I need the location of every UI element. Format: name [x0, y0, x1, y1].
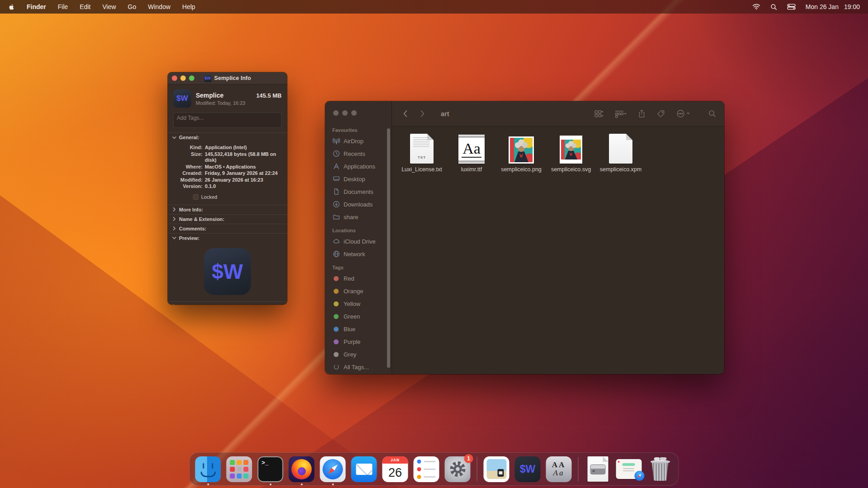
- file-sempliceico-xpm[interactable]: sempliceico.xpm: [599, 131, 642, 173]
- section-comments[interactable]: Comments:: [168, 224, 287, 233]
- disclosure-triangle-icon[interactable]: [172, 226, 176, 230]
- tag-button[interactable]: [657, 110, 665, 118]
- info-window-titlebar[interactable]: $W Semplice Info: [168, 72, 287, 84]
- sidebar-item-share[interactable]: share: [330, 211, 392, 223]
- sidebar-tag-red[interactable]: Red: [330, 272, 392, 285]
- add-tags-field[interactable]: [173, 113, 282, 128]
- tag-label: Orange: [344, 288, 363, 295]
- file-luximr-ttf[interactable]: Aa luximr.ttf: [450, 131, 493, 173]
- sidebar-tag-grey[interactable]: Grey: [330, 348, 392, 361]
- add-tags-input[interactable]: [177, 115, 278, 121]
- file-luxi-license-txt[interactable]: TXT Luxi_License.txt: [400, 131, 443, 173]
- applications-icon: [332, 163, 340, 170]
- dock-finder[interactable]: [195, 456, 221, 482]
- more-actions-button[interactable]: [676, 109, 690, 118]
- search-icon[interactable]: [708, 110, 716, 117]
- row-label: Size:: [168, 151, 205, 164]
- sidebar-item-documents[interactable]: Documents: [330, 185, 392, 198]
- close-button[interactable]: [172, 75, 177, 81]
- menu-help[interactable]: Help: [182, 3, 195, 10]
- control-center-icon[interactable]: [787, 4, 796, 10]
- menu-go[interactable]: Go: [128, 3, 137, 10]
- view-options-button[interactable]: [594, 110, 604, 118]
- sidebar-tag-yellow[interactable]: Yellow: [330, 297, 392, 310]
- sidebar-item-network[interactable]: Network: [330, 248, 392, 260]
- launchpad-icon: [226, 456, 252, 482]
- disclosure-triangle-icon[interactable]: [172, 236, 176, 240]
- zoom-button[interactable]: [351, 110, 357, 116]
- dock-reminders[interactable]: [414, 456, 439, 482]
- window-controls-inactive[interactable]: [333, 110, 392, 116]
- finder-window-title: art: [441, 110, 449, 117]
- sidebar-tag-blue[interactable]: Blue: [330, 323, 392, 335]
- sidebar-item-recents[interactable]: Recents: [330, 147, 392, 160]
- globe-icon: [332, 250, 340, 258]
- sidebar-item-label: Documents: [344, 188, 373, 195]
- section-general[interactable]: General:: [168, 132, 287, 142]
- dock-launchpad[interactable]: [226, 456, 252, 482]
- sidebar-item-airdrop[interactable]: AirDrop: [330, 135, 392, 147]
- menu-view[interactable]: View: [102, 3, 116, 10]
- sidebar-tag-purple[interactable]: Purple: [330, 335, 392, 348]
- sidebar-scrollbar[interactable]: [387, 128, 390, 368]
- dock-firefox[interactable]: [289, 456, 315, 482]
- menu-edit[interactable]: Edit: [80, 3, 90, 10]
- dock-calendar[interactable]: JAN 26: [382, 456, 408, 482]
- preview-icon: [484, 456, 509, 482]
- dock-trash[interactable]: [647, 456, 673, 482]
- sidebar-item-desktop[interactable]: Desktop: [330, 173, 392, 185]
- locked-checkbox[interactable]: [193, 194, 198, 200]
- sidebar-item-applications[interactable]: Applications: [330, 160, 392, 173]
- dock-safari[interactable]: [320, 456, 346, 482]
- file-sempliceico-png[interactable]: sempliceico.png: [500, 131, 543, 173]
- section-more-info[interactable]: More Info:: [168, 205, 287, 214]
- zoom-button[interactable]: [189, 75, 194, 81]
- tag-color-dot: [334, 289, 339, 294]
- dock-terminal[interactable]: >_: [258, 456, 283, 482]
- finder-sidebar: Favourites AirDrop Recents Applications …: [325, 101, 392, 374]
- menu-finder[interactable]: Finder: [27, 3, 46, 10]
- share-button[interactable]: [638, 109, 646, 118]
- disclosure-triangle-icon[interactable]: [172, 217, 176, 221]
- section-name-extension[interactable]: Name & Extension:: [168, 214, 287, 224]
- disclosure-triangle-icon[interactable]: [172, 136, 176, 140]
- font-book-line2: Aa: [553, 469, 565, 477]
- sidebar-tag-green[interactable]: Green: [330, 310, 392, 323]
- menu-file[interactable]: File: [58, 3, 68, 10]
- section-sharing-permissions[interactable]: Sharing & Permissions:: [168, 301, 287, 305]
- dock-mail[interactable]: [351, 456, 377, 482]
- back-button[interactable]: [400, 110, 410, 117]
- wifi-icon[interactable]: [752, 4, 760, 10]
- trash-icon: [650, 457, 670, 481]
- dock-semplice[interactable]: $W: [515, 456, 541, 482]
- row-value: 0.1.0: [205, 183, 283, 190]
- group-by-button[interactable]: [615, 110, 627, 118]
- sidebar-item-downloads[interactable]: Downloads: [330, 198, 392, 211]
- section-preview-label: Preview:: [179, 235, 199, 241]
- minimize-button[interactable]: [342, 110, 348, 116]
- dock-preview[interactable]: [484, 456, 509, 482]
- disclosure-triangle-icon[interactable]: [172, 207, 176, 211]
- sidebar-item-all-tags[interactable]: All Tags...: [330, 361, 392, 373]
- minimize-button[interactable]: [180, 75, 186, 81]
- spotlight-search-icon[interactable]: [770, 4, 777, 10]
- dock-minimized-safari-window[interactable]: [616, 456, 642, 482]
- section-preview[interactable]: Preview:: [168, 233, 287, 243]
- sidebar-item-icloud-drive[interactable]: iCloud Drive: [330, 235, 392, 248]
- disclosure-triangle-icon[interactable]: [172, 304, 176, 305]
- file-sempliceico-svg[interactable]: sempliceico.svg: [549, 131, 593, 173]
- info-row-version: Version: 0.1.0: [168, 183, 283, 190]
- dock-disk-image-document[interactable]: [585, 456, 611, 482]
- forward-button[interactable]: [417, 110, 427, 117]
- apple-menu-icon[interactable]: [8, 4, 15, 10]
- running-indicator: [207, 483, 209, 485]
- image-thumbnail-icon: [560, 131, 582, 164]
- close-button[interactable]: [333, 110, 339, 116]
- menu-window[interactable]: Window: [148, 3, 170, 10]
- sidebar-tag-orange[interactable]: Orange: [330, 285, 392, 297]
- dock-system-settings[interactable]: 1: [445, 456, 471, 482]
- menu-bar-clock[interactable]: Mon 26 Jan 19:00: [806, 3, 860, 10]
- dock-font-book[interactable]: AA Aa: [546, 456, 572, 482]
- finder-window: Favourites AirDrop Recents Applications …: [325, 101, 724, 374]
- info-row-kind: Kind: Application (Intel): [168, 145, 283, 151]
